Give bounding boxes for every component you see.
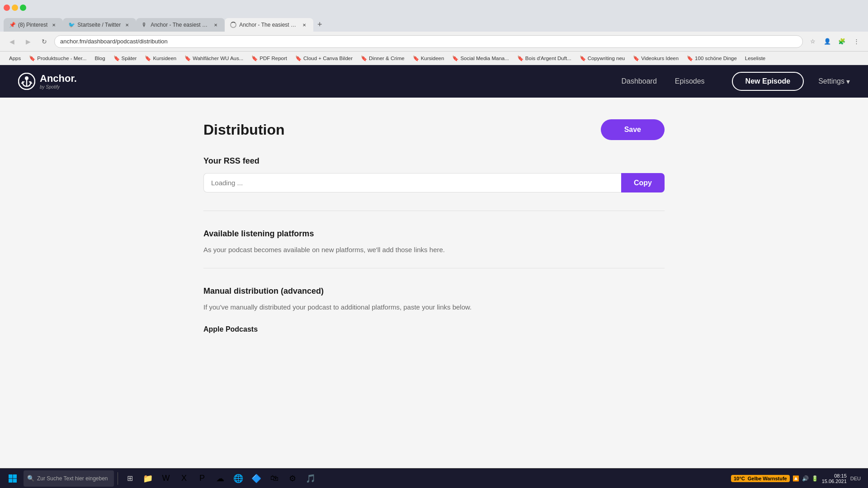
logo-wordmark: Anchor.: [40, 73, 77, 84]
bookmark-kursideen2-icon: 🔖: [413, 55, 419, 61]
bookmark-produktsuche-label: Produktsuche - Mer...: [37, 56, 86, 61]
bookmark-kursideen1[interactable]: 🔖 Kursideen: [141, 54, 180, 62]
tab-close-twitter[interactable]: ✕: [123, 21, 131, 28]
bookmark-copywriting[interactable]: 🔖 Copywriting neu: [576, 54, 628, 62]
tab-favicon-anchor-inactive: 🎙: [142, 22, 148, 28]
address-actions: ☆ 👤 🧩 ⋮: [807, 35, 863, 48]
bookmark-videokurs-icon: 🔖: [633, 55, 639, 61]
platforms-section: Available listening platforms As your po…: [203, 229, 665, 253]
settings-nav-button[interactable]: Settings ▾: [818, 77, 850, 86]
taskbar-word[interactable]: W: [158, 470, 174, 472]
tab-favicon-pinterest: 📌: [9, 22, 15, 28]
platforms-section-description: As your podcast becomes available on new…: [203, 246, 665, 253]
tab-twitter[interactable]: 🐦 Startseite / Twitter ✕: [63, 18, 136, 32]
bookmark-kursideen2[interactable]: 🔖 Kursideen: [409, 54, 448, 62]
episodes-nav-link[interactable]: Episodes: [675, 77, 705, 85]
taskbar-spotify[interactable]: 🎵: [302, 470, 319, 472]
svg-line-4: [29, 82, 32, 83]
bookmark-leseliste[interactable]: Leseliste: [741, 55, 769, 62]
main-content: Distribution Save Your RSS feed Copy Ava…: [185, 98, 683, 355]
bookmark-socialmedia-icon: 🔖: [452, 55, 458, 61]
url-bar[interactable]: anchor.fm/dashboard/podcast/distribution: [54, 35, 803, 48]
manual-section: Manual distribution (advanced) If you've…: [203, 286, 665, 333]
save-button[interactable]: Save: [601, 119, 665, 140]
section-divider-2: [203, 268, 665, 268]
bookmark-copywriting-label: Copywriting neu: [588, 56, 625, 61]
taskbar-powerpoint[interactable]: P: [194, 470, 210, 472]
new-episode-button[interactable]: New Episode: [732, 72, 804, 91]
section-divider-1: [203, 211, 665, 211]
app-content: Anchor. by Spotify Dashboard Episodes Ne…: [0, 65, 868, 472]
tab-title-anchor-inactive: Anchor - The easiest way to mai...: [151, 22, 209, 28]
bookmarks-bar: Apps 🔖 Produktsuche - Mer... Blog 🔖 Spät…: [0, 52, 868, 65]
tab-close-anchor-active[interactable]: ✕: [301, 21, 308, 28]
taskbar-edge[interactable]: 🔷: [248, 470, 264, 472]
tab-close-pinterest[interactable]: ✕: [50, 21, 57, 28]
maximize-window-button[interactable]: [20, 5, 26, 11]
bookmark-star-icon[interactable]: ☆: [807, 35, 819, 48]
start-button[interactable]: [4, 469, 22, 472]
taskbar-store[interactable]: 🛍: [266, 470, 283, 472]
bookmark-spaeter-icon: 🔖: [113, 55, 120, 61]
taskbar-settings-icon[interactable]: ⚙: [284, 470, 301, 472]
bookmark-videokurs[interactable]: 🔖 Videokurs Ideen: [629, 54, 682, 62]
taskbar-chrome[interactable]: 🌐: [230, 470, 246, 472]
tab-title-anchor-active: Anchor - The easiest way to mai...: [239, 22, 298, 28]
anchor-navbar: Anchor. by Spotify Dashboard Episodes Ne…: [0, 65, 868, 98]
bookmark-cloud[interactable]: 🔖 Cloud + Canva Bilder: [292, 54, 356, 62]
bookmark-100dinge[interactable]: 🔖 100 schöne Dinge: [683, 54, 741, 62]
bookmark-dinner[interactable]: 🔖 Dinner & Crime: [357, 54, 408, 62]
menu-icon[interactable]: ⋮: [850, 35, 863, 48]
bookmark-socialmedia-label: Social Media Mana...: [460, 56, 509, 61]
bookmark-spaeter[interactable]: 🔖 Später: [110, 54, 141, 62]
bookmark-wahlf[interactable]: 🔖 Wahlfächer WU Aus...: [181, 54, 247, 62]
page-header: Distribution Save: [203, 119, 665, 140]
rss-section-heading: Your RSS feed: [203, 156, 665, 166]
tab-pinterest[interactable]: 📌 (8) Pinterest ✕: [4, 18, 63, 32]
taskbar: 🔍 Zur Suche Text hier eingeben ⊞ 📁 W X P…: [0, 468, 868, 472]
bookmark-apps[interactable]: Apps: [5, 55, 24, 62]
close-window-button[interactable]: [4, 5, 10, 11]
taskbar-onedrive[interactable]: ☁: [212, 470, 228, 472]
bookmark-cloud-label: Cloud + Canva Bilder: [303, 56, 353, 61]
tab-title-twitter: Startseite / Twitter: [77, 22, 121, 28]
logo-byline: by Spotify: [40, 84, 77, 89]
profile-icon[interactable]: 👤: [821, 35, 834, 48]
bookmark-videokurs-label: Videokurs Ideen: [641, 56, 679, 61]
bookmark-dinner-icon: 🔖: [361, 55, 367, 61]
taskbar-excel[interactable]: X: [176, 470, 192, 472]
bookmark-blog[interactable]: Blog: [91, 55, 109, 62]
minimize-window-button[interactable]: [12, 5, 18, 11]
tab-close-anchor-inactive[interactable]: ✕: [212, 21, 219, 28]
bookmark-kursideen1-label: Kursideen: [153, 56, 176, 61]
bookmark-spaeter-label: Später: [122, 56, 137, 61]
bookmark-pdfreport-label: PDF Report: [259, 56, 287, 61]
bookmark-apps-label: Apps: [9, 56, 21, 61]
anchor-logo: Anchor. by Spotify: [18, 73, 77, 90]
title-bar: [0, 0, 868, 15]
taskbar-search[interactable]: 🔍 Zur Suche Text hier eingeben: [24, 470, 114, 472]
taskbar-task-view[interactable]: ⊞: [122, 470, 138, 472]
nav-links: Dashboard Episodes: [622, 77, 705, 85]
copy-rss-button[interactable]: Copy: [621, 173, 665, 192]
manual-section-description: If you've manually distributed your podc…: [203, 303, 665, 311]
bookmark-pdfreport[interactable]: 🔖 PDF Report: [248, 54, 291, 62]
bookmark-produktsuche[interactable]: 🔖 Produktsuche - Mer...: [25, 54, 90, 62]
new-tab-button[interactable]: +: [313, 18, 326, 31]
bookmark-wahlf-icon: 🔖: [184, 55, 191, 61]
reload-button[interactable]: ↻: [38, 35, 51, 48]
dashboard-nav-link[interactable]: Dashboard: [622, 77, 657, 85]
forward-button[interactable]: ▶: [22, 35, 34, 48]
rss-feed-row: Copy: [203, 173, 665, 192]
rss-feed-input[interactable]: [203, 173, 621, 192]
extensions-icon[interactable]: 🧩: [835, 35, 848, 48]
tab-anchor-inactive[interactable]: 🎙 Anchor - The easiest way to mai... ✕: [136, 18, 225, 32]
bookmark-bois[interactable]: 🔖 Bois d'Argent Duft...: [514, 54, 575, 62]
tab-anchor-active[interactable]: Anchor - The easiest way to mai... ✕: [225, 18, 313, 32]
taskbar-file-explorer[interactable]: 📁: [140, 470, 156, 472]
back-button[interactable]: ◀: [5, 35, 18, 48]
bookmark-wahlf-label: Wahlfächer WU Aus...: [193, 56, 243, 61]
bookmark-copywriting-icon: 🔖: [580, 55, 586, 61]
bookmark-socialmedia[interactable]: 🔖 Social Media Mana...: [448, 54, 512, 62]
apple-podcasts-label: Apple Podcasts: [203, 325, 665, 333]
